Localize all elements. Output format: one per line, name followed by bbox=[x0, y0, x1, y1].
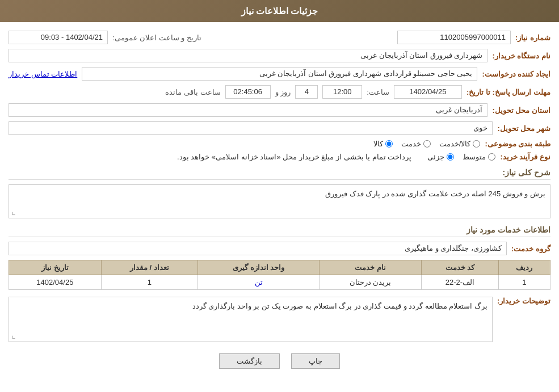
reply-time-field: 12:00 bbox=[322, 85, 362, 99]
creator-field: یحیی حاجی حسینلو قراردادی شهرداری فیرورق… bbox=[82, 67, 477, 81]
purchase-option-motavaset[interactable]: متوسط bbox=[463, 153, 495, 161]
notice-number-label: شماره نیاز: bbox=[515, 33, 550, 42]
description-section-label: شرح کلی نیاز: bbox=[9, 168, 550, 180]
announce-date-field: 1402/04/21 - 09:03 bbox=[9, 31, 108, 44]
category-option-khedmat[interactable]: خدمت bbox=[401, 140, 431, 148]
col-name: نام خدمت bbox=[320, 260, 422, 275]
reply-deadline-label: مهلت ارسال پاسخ: تا تاریخ: bbox=[466, 88, 550, 96]
table-row: 1الف-2-22بریدن درختانتن11402/04/25 bbox=[9, 275, 550, 290]
purchase-type-row: نوع فرآیند خرید: متوسط جزئی پرداخت تمام … bbox=[9, 153, 550, 161]
service-group-field: کشاورزی، جنگلداری و ماهیگیری bbox=[9, 242, 507, 255]
category-label: طبقه بندی موضوعی: bbox=[485, 140, 550, 148]
services-section-header: اطلاعات خدمات مورد نیاز bbox=[9, 225, 550, 237]
reply-duration-field: 02:45:06 bbox=[225, 85, 271, 99]
purchase-type-label: نوع فرآیند خرید: bbox=[500, 153, 550, 161]
city-field: خوی bbox=[9, 121, 493, 135]
creator-row: ایجاد کننده درخواست: یحیی حاجی حسینلو قر… bbox=[9, 67, 550, 81]
buyer-name-field: شهرداری فیرورق استان آذربایجان غربی bbox=[9, 49, 487, 62]
page-header: جزئیات اطلاعات نیاز bbox=[0, 0, 559, 22]
reply-day-label: روز و bbox=[275, 88, 291, 96]
buttons-row: چاپ بازگشت bbox=[9, 353, 550, 380]
city-row: شهر محل تحویل: خوی bbox=[9, 121, 550, 135]
reply-time-label: ساعت: bbox=[367, 88, 389, 96]
notice-number-row: شماره نیاز: 1102005997000011 تاریخ و ساع… bbox=[9, 31, 550, 44]
reply-date-field: 1402/04/25 bbox=[394, 85, 462, 99]
service-group-label: گروه خدمت: bbox=[511, 245, 550, 253]
contact-link[interactable]: اطلاعات تماس خریدار bbox=[9, 70, 77, 78]
province-row: استان محل تحویل: آذربایجان غربی bbox=[9, 103, 550, 117]
buyer-note-label: توضیحات خریدار: bbox=[497, 297, 550, 305]
col-radif: ردیف bbox=[498, 260, 550, 275]
header-title: جزئیات اطلاعات نیاز bbox=[241, 6, 318, 16]
buyer-name-label: نام دستگاه خریدار: bbox=[492, 52, 550, 60]
category-option-kala[interactable]: کالا bbox=[373, 140, 393, 148]
purchase-option-jozii[interactable]: جزئی bbox=[427, 153, 454, 161]
service-group-row: گروه خدمت: کشاورزی، جنگلداری و ماهیگیری bbox=[9, 242, 550, 255]
print-button[interactable]: چاپ bbox=[291, 353, 340, 369]
col-code: کد خدمت bbox=[421, 260, 498, 275]
announce-date-label: تاریخ و ساعت اعلان عمومی: bbox=[112, 33, 201, 42]
province-field: آذربایجان غربی bbox=[9, 103, 487, 117]
buyer-note-row: توضیحات خریدار: برگ استعلام مطالعه گردد … bbox=[9, 297, 550, 342]
services-table: ردیف کد خدمت نام خدمت واحد اندازه گیری ت… bbox=[9, 260, 550, 290]
reply-days-field: 4 bbox=[295, 85, 318, 99]
description-box: برش و فروش 245 اصله درخت علامت گذاری شده… bbox=[9, 184, 550, 218]
back-button[interactable]: بازگشت bbox=[219, 353, 280, 369]
col-qty: تعداد / مقدار bbox=[101, 260, 197, 275]
city-label: شهر محل تحویل: bbox=[497, 124, 550, 133]
col-unit: واحد اندازه گیری bbox=[197, 260, 319, 275]
creator-label: ایجاد کننده درخواست: bbox=[482, 70, 550, 78]
category-radio-group: کالا/خدمت خدمت کالا bbox=[373, 140, 481, 148]
buyer-name-row: نام دستگاه خریدار: شهرداری فیرورق استان … bbox=[9, 49, 550, 62]
category-row: طبقه بندی موضوعی: کالا/خدمت خدمت کالا bbox=[9, 140, 550, 148]
purchase-note: پرداخت تمام یا بخشی از مبلغ خریدار محل «… bbox=[177, 153, 411, 161]
col-date: تاریخ نیاز bbox=[9, 260, 102, 275]
notice-number-field: 1102005997000011 bbox=[397, 31, 511, 44]
province-label: استان محل تحویل: bbox=[492, 106, 550, 115]
category-option-kala-khedmat[interactable]: کالا/خدمت bbox=[439, 140, 481, 148]
reply-duration-label: ساعت باقی مانده bbox=[165, 88, 220, 96]
reply-deadline-row: مهلت ارسال پاسخ: تا تاریخ: 1402/04/25 سا… bbox=[9, 85, 550, 99]
purchase-radio-group: متوسط جزئی bbox=[427, 153, 495, 161]
buyer-note-box: برگ استعلام مطالعه گردد و قیمت گذاری در … bbox=[9, 297, 493, 342]
